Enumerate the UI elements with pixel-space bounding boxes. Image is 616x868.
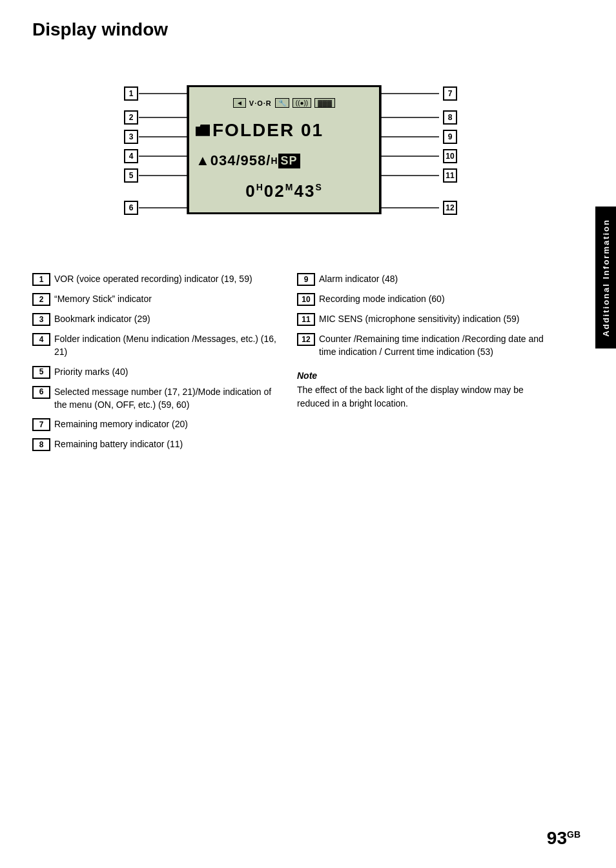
item-text-9: Alarm indicator (48)	[319, 272, 398, 285]
note-text: The effect of the back light of the disp…	[297, 383, 549, 410]
callout-4: 4	[124, 149, 138, 163]
item-8: 8 Remaining battery indicator (11)	[32, 438, 284, 451]
lcd-row1: ◄ V·O·R 🔧 ((●)) ▓▓▓	[196, 98, 373, 108]
items-section: 1 VOR (voice operated recording) indicat…	[32, 272, 549, 458]
lcd-folder-text: FOLDER 01	[212, 120, 323, 141]
callout-12: 12	[443, 201, 457, 215]
page-num-value: 93	[547, 828, 567, 848]
item-num-12: 12	[297, 333, 315, 346]
item-text-8: Remaining battery indicator (11)	[54, 438, 183, 450]
item-text-1: VOR (voice operated recording) indicator…	[54, 272, 252, 285]
lcd-vor-text: V·O·R	[249, 99, 272, 107]
item-2: 2 “Memory Stick” indicator	[32, 292, 284, 306]
callout-5: 5	[124, 168, 138, 183]
lcd-sp-box: SP	[278, 154, 300, 168]
item-12: 12 Counter /Remaining time indication /R…	[297, 332, 549, 359]
page-number: 93GB	[547, 828, 580, 849]
item-text-4: Folder indication (Menu indication /Mess…	[54, 332, 284, 359]
lcd-battery-icon: ▓▓▓	[314, 98, 335, 108]
item-4: 4 Folder indication (Menu indication /Me…	[32, 332, 284, 359]
lcd-rewind-icon: ◄	[233, 98, 246, 108]
item-num-11: 11	[297, 313, 315, 326]
item-text-7: Remaining memory indicator (20)	[54, 418, 188, 430]
lcd-h-indicator: H	[271, 156, 278, 166]
items-left-col: 1 VOR (voice operated recording) indicat…	[32, 272, 284, 458]
callout-9: 9	[443, 130, 457, 144]
callout-7: 7	[443, 86, 457, 101]
item-7: 7 Remaining memory indicator (20)	[32, 418, 284, 431]
lcd-s-sub: S	[315, 182, 322, 192]
page-num-suffix: GB	[567, 829, 580, 840]
item-text-10: Recording mode indication (60)	[319, 292, 445, 305]
item-num-10: 10	[297, 293, 315, 306]
callout-6: 6	[124, 201, 138, 215]
lcd-folder-icon	[196, 125, 210, 136]
lcd-minutes: 02	[264, 181, 285, 201]
item-text-11: MIC SENS (microphone sensitivity) indica…	[319, 312, 519, 325]
item-num-6: 6	[32, 386, 50, 399]
item-num-3: 3	[32, 313, 50, 326]
item-text-3: Bookmark indicator (29)	[54, 312, 150, 325]
item-6: 6 Selected message number (17, 21)/Mode …	[32, 385, 284, 412]
lcd-hours: 0	[245, 181, 256, 201]
lcd-seconds: 43	[294, 181, 315, 201]
item-text-6: Selected message number (17, 21)/Mode in…	[54, 385, 284, 412]
item-num-9: 9	[297, 273, 315, 286]
lcd-row2: FOLDER 01	[196, 120, 373, 141]
lcd-m-sub: M	[285, 182, 294, 192]
callout-8: 8	[443, 110, 457, 125]
callout-2: 2	[124, 110, 138, 125]
lcd-screen: ◄ V·O·R 🔧 ((●)) ▓▓▓ FOLDER 01 ▲034/958 /…	[187, 85, 381, 214]
item-11: 11 MIC SENS (microphone sensitivity) ind…	[297, 312, 549, 326]
items-right-col: 9 Alarm indicator (48) 10 Recording mode…	[297, 272, 549, 458]
lcd-track-info: ▲034/958	[196, 152, 266, 169]
item-text-5: Priority marks (40)	[54, 365, 128, 378]
item-1: 1 VOR (voice operated recording) indicat…	[32, 272, 284, 286]
display-diagram: ◄ V·O·R 🔧 ((●)) ▓▓▓ FOLDER 01 ▲034/958 /…	[110, 59, 471, 247]
lcd-wireless-icon: ((●))	[293, 98, 311, 108]
note-title: Note	[297, 370, 549, 381]
callout-10: 10	[443, 149, 457, 163]
item-text-12: Counter /Remaining time indication /Reco…	[319, 332, 549, 359]
item-text-2: “Memory Stick” indicator	[54, 292, 152, 305]
item-num-7: 7	[32, 418, 50, 431]
callout-11: 11	[443, 168, 457, 183]
callout-3: 3	[124, 130, 138, 144]
side-tab-label: Additional Information	[601, 219, 611, 337]
lcd-h-sub: H	[256, 182, 264, 192]
lcd-slash: /	[266, 152, 271, 169]
side-tab: Additional Information	[595, 207, 616, 348]
item-num-2: 2	[32, 293, 50, 306]
note-section: Note The effect of the back light of the…	[297, 370, 549, 410]
item-num-5: 5	[32, 366, 50, 379]
lcd-row4: 0H02M43S	[196, 181, 373, 201]
lcd-mic-icon: 🔧	[275, 98, 289, 108]
item-num-4: 4	[32, 333, 50, 346]
item-num-1: 1	[32, 273, 50, 286]
callout-1: 1	[124, 86, 138, 101]
item-9: 9 Alarm indicator (48)	[297, 272, 549, 286]
item-5: 5 Priority marks (40)	[32, 365, 284, 379]
lcd-row3: ▲034/958 / H SP	[196, 152, 373, 169]
item-10: 10 Recording mode indication (60)	[297, 292, 549, 306]
item-num-8: 8	[32, 438, 50, 451]
page-title: Display window	[32, 19, 549, 40]
item-3: 3 Bookmark indicator (29)	[32, 312, 284, 326]
diagram-container: ◄ V·O·R 🔧 ((●)) ▓▓▓ FOLDER 01 ▲034/958 /…	[32, 59, 549, 247]
